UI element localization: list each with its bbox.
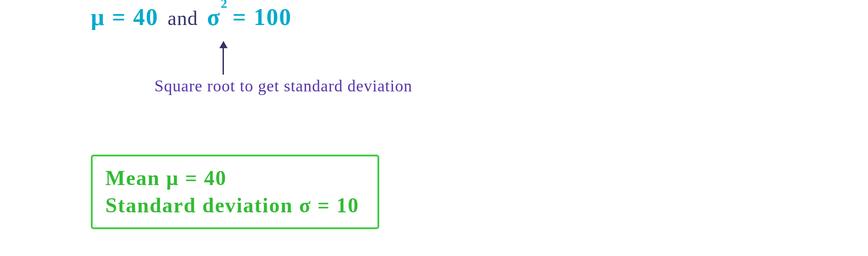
mu-value: μ = 40 — [91, 4, 159, 30]
arrow-shaft — [223, 47, 224, 75]
sigma-symbol: σ — [207, 4, 221, 30]
and-connector: and — [163, 7, 203, 30]
sigma-squared: σ2 — [207, 4, 228, 30]
summary-box: Mean μ = 40 Standard deviation σ = 10 — [91, 155, 379, 229]
upward-arrow — [223, 41, 224, 75]
summary-std-dev: Standard deviation σ = 10 — [105, 192, 359, 219]
arrow-head — [219, 41, 228, 48]
top-equation: μ = 40 and σ2 = 100 — [91, 4, 292, 30]
annotation-label: Square root to get standard deviation — [154, 76, 412, 95]
equals-100: = 100 — [233, 4, 292, 30]
summary-mean: Mean μ = 40 — [105, 165, 359, 192]
